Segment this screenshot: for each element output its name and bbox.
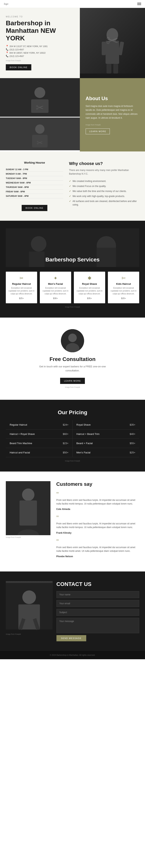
testimonial-author: Frank Klinsky — [56, 531, 72, 534]
svg-rect-2 — [102, 42, 105, 55]
pricing-price: $35+ — [130, 423, 135, 426]
contact-name-input[interactable] — [56, 591, 139, 598]
customers-title: Customers say — [56, 481, 139, 487]
pricing-title: Our Pricing — [6, 409, 139, 415]
hours-day: FRIDAY 8AM - 8PM — [6, 190, 25, 193]
pricing-row-mens-facial: Men's Facial $25+ — [72, 448, 139, 457]
working-hours-book-button[interactable]: BOOK ONLINE — [22, 205, 47, 211]
hero-section: WELCOME TO Barbershop in Manhattan NEW Y… — [0, 8, 145, 78]
service-price: $25+ — [8, 297, 34, 300]
hero-barber-image — [80, 8, 145, 73]
services-title: Barbershop Services — [6, 257, 139, 263]
svg-point-7 — [34, 87, 45, 98]
contact-person-image — [6, 581, 53, 631]
quote-mark-icon: " — [56, 515, 139, 521]
services-section: Barbershop Services ✂ Regular Haircut Ex… — [0, 221, 145, 317]
contact-form: SEND MESSAGE — [56, 591, 139, 641]
hours-day: SATURDAY 8AM - 4PM — [6, 195, 29, 197]
why-choose-panel: Why choose us? There are many reasons wh… — [69, 161, 139, 211]
pricing-price: $23+ — [63, 442, 68, 445]
hero-phone1: 📞 (312) 123-4567 — [6, 48, 74, 51]
service-name: Men's Facial — [43, 282, 68, 285]
testimonial-2: " Proin sed libero enim sed faucibus tur… — [56, 515, 139, 534]
hours-row: FRIDAY 8AM - 8PM — [6, 189, 63, 194]
service-card-shave: ✱ Royal Shave Excepteur sint occaecat cu… — [74, 272, 105, 303]
service-name: Royal Shave — [77, 282, 102, 285]
pricing-row-royal-shave: Royal Shave $35+ — [72, 420, 139, 430]
service-desc: Excepteur sint occaecat cupidatat non pr… — [8, 286, 34, 295]
svg-rect-4 — [106, 64, 111, 73]
service-name: Regular Haircut — [8, 282, 34, 285]
nav-menu-button[interactable] — [137, 3, 141, 5]
service-facial-icon: ✦ — [43, 276, 68, 281]
hours-row: MONDAY 8 AM - 7PM — [6, 172, 63, 176]
contact-subject-input[interactable] — [56, 609, 139, 616]
pricing-name: Haircut + Royal Shave — [10, 433, 35, 435]
pricing-name: Haircut and Facial — [10, 451, 30, 454]
contact-form-panel: CONTACT US SEND MESSAGE — [56, 581, 139, 641]
location-icon-2: 📍 — [6, 52, 8, 54]
list-item: We created Focus on the quality. — [69, 184, 139, 189]
about-section: ✂ ✂ About Us Sed magna duis aute irure m… — [0, 78, 145, 151]
hours-day: MONDAY 8 AM - 7PM — [6, 173, 27, 175]
phone-icon-2: 📞 — [6, 55, 8, 57]
hero-address1: 📍 204 W 131ST ST, NEW YORK, NY 1001 — [6, 45, 74, 48]
contact-submit-button[interactable]: SEND MESSAGE — [56, 635, 86, 641]
about-images-panel: ✂ ✂ — [0, 78, 80, 151]
why-choose-intro: There are many reasons why many men pref… — [69, 168, 139, 176]
list-item: We created inviting environment. — [69, 179, 139, 184]
hero-book-button[interactable]: BOOK ONLINE — [6, 64, 31, 70]
contact-message-textarea[interactable] — [56, 618, 139, 633]
testimonial-author: Cole Almeda — [56, 508, 70, 510]
svg-point-20 — [68, 334, 77, 342]
info-section: Working Hourse SUNDAY 12 AM - 3 PM MONDA… — [0, 151, 145, 221]
hours-day: SUNDAY 12 AM - 3 PM — [6, 168, 28, 170]
consult-learn-more-button[interactable]: LEARN MORE — [60, 378, 85, 384]
quote-mark-icon: " — [56, 538, 139, 545]
service-desc: Excepteur sint occaecat cupidatat non pr… — [77, 286, 102, 295]
hours-row: SUNDAY 12 AM - 3 PM — [6, 167, 63, 172]
pricing-row-regular-haircut: Regular Haircut $24+ — [6, 420, 72, 430]
service-card-kids: ✄ Kids Haircut Excepteur sint occaecat c… — [108, 272, 139, 303]
hero-address2: 📍 844 W 180ST, NEW YORK, NY 10022 — [6, 52, 74, 54]
nav-logo: logo — [4, 2, 8, 5]
hero-phone2: 📞 (312) 123-4567 — [6, 55, 74, 57]
hours-row: WEDNESDAY 8AM - 8PM — [6, 181, 63, 185]
about-learn-more-button[interactable]: LEARN MORE — [86, 128, 110, 134]
location-icon: 📍 — [6, 45, 8, 48]
services-grid: ✂ Regular Haircut Excepteur sint occaeca… — [6, 272, 139, 303]
pricing-price: $55+ — [130, 442, 135, 445]
about-image-top: ✂ — [0, 78, 80, 117]
pricing-grid: Regular Haircut $24+ Royal Shave $35+ Ha… — [6, 420, 139, 457]
service-shave-icon: ✱ — [77, 276, 102, 281]
service-kids-icon: ✄ — [111, 276, 137, 281]
hero-right-panel — [80, 8, 145, 78]
contact-section: Image from Freepik CONTACT US SEND MESSA… — [0, 571, 145, 651]
svg-point-15 — [31, 236, 46, 252]
service-price: $35+ — [77, 297, 102, 300]
customers-img-credit: Image from Freepik — [6, 536, 50, 538]
customers-barber-image — [6, 481, 50, 535]
pricing-price: $40+ — [130, 433, 135, 435]
list-item: We value both the time and the money of … — [69, 189, 139, 194]
customers-section: Image from Freepik Customers say " Proin… — [0, 471, 145, 571]
about-text: Sed magna duis aute irure magna id forti… — [86, 104, 139, 120]
svg-text:✂: ✂ — [36, 102, 44, 113]
pricing-price: $50+ — [63, 451, 68, 454]
service-desc: Excepteur sint occaecat cupidatat non pr… — [43, 286, 68, 295]
hours-day: TUESDAY 8AM - 8PM — [6, 177, 27, 179]
services-header-image: Barbershop Services — [6, 228, 139, 267]
svg-point-0 — [106, 28, 118, 42]
service-card-haircut: ✂ Regular Haircut Excepteur sint occaeca… — [6, 272, 37, 303]
testimonial-3: " Proin sed libero enim sed faucibus tur… — [56, 538, 139, 558]
contact-email-input[interactable] — [56, 600, 139, 607]
hero-welcome-label: WELCOME TO — [6, 16, 74, 18]
phone-icon: 📞 — [6, 48, 8, 51]
quote-mark-icon: " — [56, 491, 139, 497]
contact-title: CONTACT US — [56, 581, 139, 587]
pricing-name: Regular Haircut — [10, 423, 27, 426]
pricing-row-beard-trim: Beard Trim Machine $23+ — [6, 439, 72, 448]
customers-content-panel: Customers say " Proin sed libero enim se… — [56, 481, 139, 562]
svg-rect-5 — [113, 64, 118, 73]
svg-rect-1 — [105, 41, 119, 64]
